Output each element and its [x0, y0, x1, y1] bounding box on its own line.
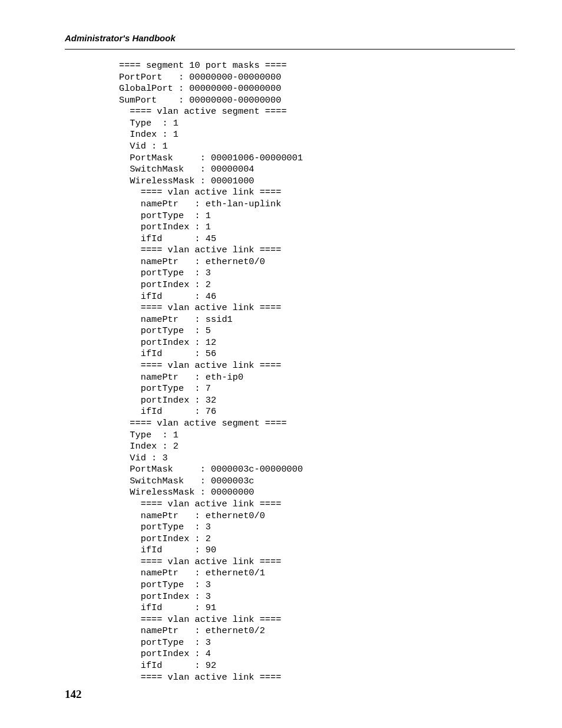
- code-block: ==== segment 10 port masks ==== PortPort…: [119, 60, 515, 683]
- page-header-title: Administrator's Handbook: [65, 33, 515, 43]
- header-rule: [65, 49, 515, 50]
- page-number: 142: [65, 688, 82, 701]
